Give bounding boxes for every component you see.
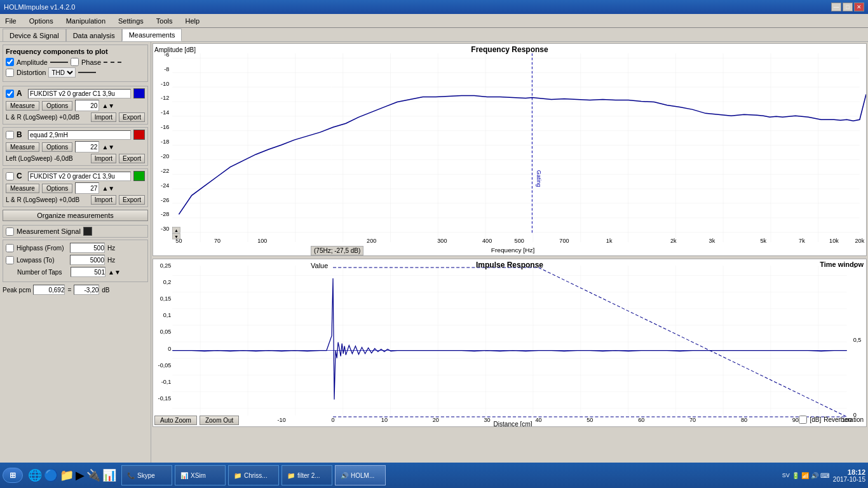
taskbar-tray: SV 🔋 📶 🔊 ⌨ 18:12 2017-10-15: [782, 468, 865, 483]
start-button[interactable]: ⊞: [3, 468, 23, 483]
channel-c-value-input[interactable]: [75, 182, 99, 194]
amplitude-checkbox[interactable]: [6, 58, 14, 66]
tab-data-analysis[interactable]: Data analysis: [66, 29, 122, 41]
minimize-button[interactable]: —: [831, 3, 841, 11]
folder-icon[interactable]: 📁: [60, 468, 74, 482]
svg-text:70: 70: [214, 238, 220, 244]
channel-a-name-input[interactable]: [28, 89, 131, 98]
channel-b-color-swatch[interactable]: [133, 130, 145, 140]
highpass-checkbox[interactable]: [6, 244, 14, 252]
channel-b-row3: Left (LogSweep) -6,0dB Import Export: [6, 154, 145, 163]
impulse-chart-title: Impulse Response: [476, 261, 543, 269]
channel-b-checkbox[interactable]: [6, 131, 14, 139]
svg-text:▲: ▲: [174, 228, 179, 233]
svg-text:Frequency [Hz]: Frequency [Hz]: [491, 247, 535, 254]
channel-a-value-input[interactable]: [75, 100, 99, 111]
svg-text:1k: 1k: [606, 238, 613, 244]
holm-icon: 🔊: [341, 472, 348, 479]
svg-text:-22: -22: [161, 168, 169, 174]
channel-c-row2: Measure Options ▲▼: [6, 182, 145, 194]
taskbar-xsim[interactable]: 📊 XSim: [175, 465, 226, 485]
lowpass-checkbox[interactable]: [6, 256, 14, 264]
menu-settings[interactable]: Settings: [116, 16, 146, 26]
channel-b-value-input[interactable]: [75, 141, 99, 152]
taskbar-chriss[interactable]: 📁 Chriss...: [228, 465, 279, 485]
svg-rect-44: [172, 266, 846, 416]
network-icon[interactable]: 🔌: [86, 468, 100, 482]
channel-c-color-swatch[interactable]: [133, 171, 145, 181]
svg-text:5k: 5k: [760, 238, 766, 244]
thd-select[interactable]: THD HD2 HD3: [48, 67, 76, 78]
channel-a-options-button[interactable]: Options: [42, 101, 72, 111]
menu-tools[interactable]: Tools: [154, 16, 175, 26]
channel-b-measure-button[interactable]: Measure: [6, 142, 39, 152]
channel-b-options-button[interactable]: Options: [42, 142, 72, 152]
tray-icon-1: 🔋: [792, 472, 799, 479]
svg-text:-12: -12: [161, 95, 169, 102]
chrome-icon[interactable]: 🔵: [44, 468, 58, 482]
filter2-icon: 📁: [287, 472, 295, 479]
titlebar: HOLMImpulse v1.4.2.0 — □ ✕: [0, 0, 868, 14]
app1-icon[interactable]: 📊: [102, 468, 116, 482]
svg-text:10k: 10k: [829, 238, 839, 244]
maximize-button[interactable]: □: [843, 3, 853, 11]
phase-checkbox[interactable]: [71, 58, 79, 66]
channel-c-options-button[interactable]: Options: [42, 184, 72, 193]
channel-c-import-button[interactable]: Import: [91, 195, 116, 205]
organize-measurements-button[interactable]: Organize measurements: [3, 210, 148, 221]
xsim-icon: 📊: [180, 472, 188, 479]
taps-input[interactable]: [71, 267, 105, 277]
freq-components-section: Frequency components to plot Amplitude P…: [3, 44, 148, 82]
distortion-checkbox[interactable]: [6, 69, 14, 77]
taskbar-skype[interactable]: 📞 Skype: [121, 465, 172, 485]
highpass-input[interactable]: [70, 243, 105, 253]
menu-help[interactable]: Help: [182, 16, 202, 26]
channel-a-measure-button[interactable]: Measure: [6, 101, 39, 111]
peak-db-unit: dB: [102, 287, 109, 294]
media-icon[interactable]: ▶: [76, 468, 85, 482]
svg-text:-20: -20: [161, 153, 169, 159]
tray-time: 18:12: [848, 468, 865, 476]
taskbar-holm[interactable]: 🔊 HOLM...: [335, 465, 386, 485]
lowpass-input[interactable]: [70, 255, 105, 265]
measurement-signal-header: Measurement Signal: [3, 225, 148, 238]
db-checkbox[interactable]: [799, 416, 807, 424]
tab-device-signal[interactable]: Device & Signal: [3, 29, 66, 41]
phase-line-icon: [104, 62, 121, 63]
sv-label: SV: [782, 472, 790, 478]
channel-c-checkbox[interactable]: [6, 172, 14, 180]
tab-measurements[interactable]: Measurements: [122, 29, 182, 41]
svg-text:7k: 7k: [799, 238, 805, 244]
menu-manipulation[interactable]: Manipulation: [64, 16, 108, 26]
channel-a-color-swatch[interactable]: [133, 88, 145, 98]
close-button[interactable]: ✕: [854, 3, 864, 11]
channel-a-checkbox[interactable]: [6, 90, 14, 98]
svg-text:700: 700: [559, 238, 569, 244]
channel-a-export-button[interactable]: Export: [119, 112, 145, 122]
channel-b-name-input[interactable]: [28, 130, 131, 140]
channel-c-measure-button[interactable]: Measure: [6, 184, 39, 193]
ie-icon[interactable]: 🌐: [28, 468, 42, 482]
zoom-out-button[interactable]: Zoom Out: [200, 416, 239, 425]
reverberation-label: Reverberation: [824, 416, 864, 423]
channel-c-letter: C: [17, 172, 25, 180]
channel-b-export-button[interactable]: Export: [119, 154, 145, 163]
peak-db-input[interactable]: [74, 285, 99, 295]
channel-c-export-button[interactable]: Export: [119, 195, 145, 205]
taskbar-filter2[interactable]: 📁 filter 2...: [281, 465, 332, 485]
peak-eq-label: =: [67, 287, 71, 294]
menu-options[interactable]: Options: [27, 16, 56, 26]
svg-text:80: 80: [741, 417, 747, 423]
svg-text:-14: -14: [161, 109, 169, 116]
auto-zoom-button[interactable]: Auto Zoom: [154, 416, 197, 425]
channel-b-import-button[interactable]: Import: [91, 154, 116, 163]
main-content: Frequency components to plot Amplitude P…: [0, 42, 868, 470]
peak-pcm-input[interactable]: [33, 285, 65, 295]
menu-file[interactable]: File: [3, 16, 19, 26]
channel-c-name-input[interactable]: [28, 172, 131, 181]
channel-a-import-button[interactable]: Import: [91, 112, 116, 122]
impulse-chart-svg: 0,25 0,2 0,15 0,1 0,05 0 -0,05 -0,1 -0,1…: [153, 259, 866, 426]
meas-signal-checkbox[interactable]: [6, 227, 14, 236]
menubar: File Options Manipulation Settings Tools…: [0, 14, 868, 28]
svg-text:0: 0: [168, 346, 171, 352]
